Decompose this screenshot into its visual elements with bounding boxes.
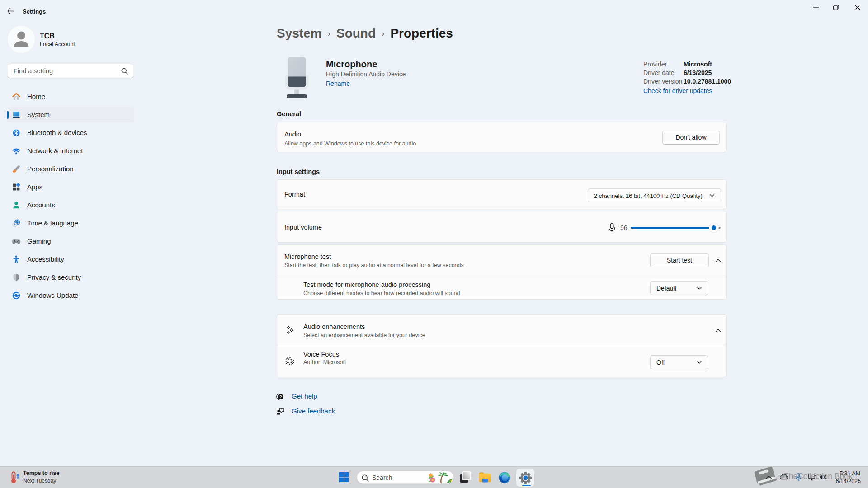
svg-text:?: ? — [279, 394, 282, 399]
